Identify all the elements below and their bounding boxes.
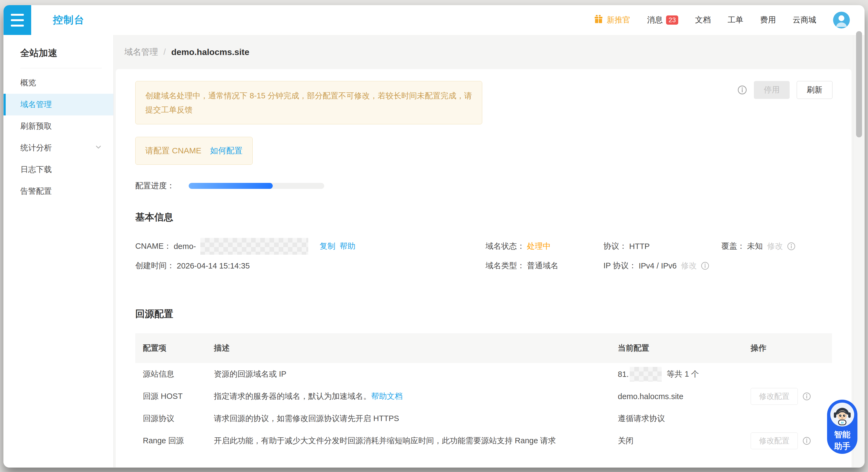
origin-config-title: 回源配置	[135, 308, 832, 320]
coverage-info-icon[interactable]	[787, 242, 795, 250]
cname-value-masked	[200, 238, 308, 255]
ai-assistant-label: 智能 助手	[834, 429, 850, 452]
cname-help-link[interactable]: 帮助	[340, 241, 355, 252]
origin-config-table: 配置项 描述 当前配置 操作 源站信息 资源的回源域名或 IP 81. 等共	[135, 333, 832, 452]
nav-messages[interactable]: 消息 23	[647, 14, 678, 26]
topbar: 控制台 新推官 消息 23	[3, 5, 865, 35]
nav-tickets-label: 工单	[727, 14, 743, 26]
basic-info-title: 基本信息	[135, 211, 832, 224]
column-header-item: 配置项	[143, 343, 214, 354]
ip-protocol-info-icon[interactable]	[701, 262, 709, 270]
disable-button[interactable]: 停用	[754, 81, 790, 99]
nav-docs-label: 文档	[695, 14, 711, 26]
nav-billing[interactable]: 费用	[760, 14, 776, 26]
nav-mall[interactable]: 云商城	[793, 14, 816, 26]
ip-protocol-value: IPv4 / IPv6	[639, 261, 677, 271]
modify-range-info-icon[interactable]	[803, 437, 811, 445]
cname-notice: 请配置 CNAME 如何配置	[135, 137, 253, 165]
cname-label: CNAME：	[135, 241, 172, 252]
table-row-range-origin: Range 回源 开启此功能，有助于减少大文件分发时回源消耗并缩短响应时间，此功…	[135, 430, 832, 452]
chevron-down-icon	[94, 143, 102, 153]
hamburger-menu-button[interactable]	[3, 5, 31, 35]
domain-type-label: 域名类型：	[486, 260, 525, 271]
cname-how-to-link[interactable]: 如何配置	[210, 145, 243, 156]
modify-range-button[interactable]: 修改配置	[751, 433, 798, 449]
table-header: 配置项 描述 当前配置 操作	[135, 333, 832, 363]
basic-info-grid: CNAME：demo- 复制 帮助 域名状态：处理中 协议：HTTP 覆盖	[135, 237, 832, 276]
origin-value-masked	[630, 367, 662, 381]
modify-host-info-icon[interactable]	[803, 392, 811, 401]
sidebar: 全站加速 概览 域名管理 刷新预取 统计分析 日志下载 告警配置	[3, 35, 114, 468]
column-header-current: 当前配置	[618, 343, 751, 354]
domain-type-value: 普通域名	[527, 260, 558, 271]
nav-promo[interactable]: 新推官	[594, 14, 630, 26]
column-header-action: 操作	[751, 343, 832, 354]
column-header-desc: 描述	[214, 343, 618, 354]
sidebar-item-overview[interactable]: 概览	[3, 72, 113, 94]
gift-icon	[594, 14, 603, 26]
sidebar-product-title: 全站加速	[3, 35, 113, 59]
cname-notice-text: 请配置 CNAME	[145, 145, 202, 156]
host-help-doc-link[interactable]: 帮助文档	[371, 392, 403, 401]
domain-status-label: 域名状态：	[486, 241, 525, 252]
app-window: 控制台 新推官 消息 23	[3, 5, 865, 468]
sidebar-item-domain-management[interactable]: 域名管理	[3, 94, 113, 116]
nav-promo-label: 新推官	[607, 14, 630, 26]
origin-config-section: 回源配置 配置项 描述 当前配置 操作 源站信息 资源的回源域名或 IP	[135, 308, 832, 468]
protocol-value: HTTP	[629, 242, 650, 251]
breadcrumb: 域名管理 / demo.halocms.site	[114, 35, 865, 69]
coverage-modify-link[interactable]: 修改	[767, 241, 783, 252]
created-label: 创建时间：	[135, 260, 175, 271]
main-content: 域名管理 / demo.halocms.site 停用 刷新 创建域名处理中，通…	[114, 35, 865, 468]
messages-count-badge: 23	[666, 15, 678, 25]
breadcrumb-current: demo.halocms.site	[171, 47, 249, 57]
progress-track	[189, 183, 324, 189]
modify-host-button[interactable]: 修改配置	[751, 388, 798, 405]
protocol-label: 协议：	[603, 241, 627, 252]
progress-fill	[189, 183, 273, 189]
sidebar-item-refresh-prefetch[interactable]: 刷新预取	[3, 116, 113, 137]
scrollbar-thumb[interactable]	[856, 31, 862, 137]
ai-assistant-button[interactable]: AI 智能 助手	[827, 400, 858, 454]
copy-cname-link[interactable]: 复制	[320, 241, 335, 252]
refresh-button[interactable]: 刷新	[797, 81, 833, 99]
cname-value-prefix: demo-	[174, 242, 196, 251]
config-progress: 配置进度：	[135, 181, 832, 191]
sidebar-item-alert-config[interactable]: 告警配置	[3, 181, 113, 202]
nav-tickets[interactable]: 工单	[727, 14, 743, 26]
breadcrumb-parent[interactable]: 域名管理	[124, 46, 158, 58]
user-avatar[interactable]	[833, 12, 850, 28]
svg-text:AI: AI	[841, 421, 844, 424]
domain-status-value: 处理中	[527, 241, 551, 252]
sidebar-item-log-download[interactable]: 日志下载	[3, 159, 113, 181]
processing-alert: 创建域名处理中，通常情况下 8-15 分钟完成，部分配置不可修改，若较长时间未配…	[135, 81, 482, 124]
coverage-value: 未知	[747, 241, 763, 252]
topbar-nav: 新推官 消息 23 文档 工单 费用 云商城	[594, 12, 865, 28]
ip-protocol-modify-link[interactable]: 修改	[681, 260, 697, 271]
nav-billing-label: 费用	[760, 14, 776, 26]
nav-messages-label: 消息	[647, 14, 663, 26]
sidebar-item-statistics[interactable]: 统计分析	[3, 137, 113, 159]
nav-mall-label: 云商城	[793, 14, 816, 26]
robot-avatar-icon: AI	[830, 403, 854, 427]
nav-docs[interactable]: 文档	[695, 14, 711, 26]
table-row-origin-protocol: 回源协议 请求回源的协议，如需修改回源协议请先开启 HTTPS 遵循请求协议	[135, 408, 832, 430]
sidebar-divider	[20, 68, 102, 68]
brand-title: 控制台	[53, 13, 85, 27]
info-icon[interactable]	[738, 85, 747, 95]
origin-value-prefix: 81.	[618, 370, 629, 379]
created-value: 2026-04-14 15:14:35	[177, 261, 250, 271]
breadcrumb-separator: /	[163, 47, 166, 57]
progress-label: 配置进度：	[135, 181, 175, 191]
origin-value-suffix: 等共 1 个	[666, 369, 699, 380]
domain-detail-card: 停用 刷新 创建域名处理中，通常情况下 8-15 分钟完成，部分配置不可修改，若…	[116, 69, 851, 468]
ip-protocol-label: IP 协议：	[603, 260, 637, 271]
table-row-origin-host: 回源 HOST 指定请求的服务器的域名，默认为加速域名。帮助文档 demo.ha…	[135, 385, 832, 408]
coverage-label: 覆盖：	[721, 241, 745, 252]
table-row-origin-info: 源站信息 资源的回源域名或 IP 81. 等共 1 个	[135, 363, 832, 385]
page-actions: 停用 刷新	[738, 81, 833, 99]
hamburger-icon	[11, 14, 24, 16]
